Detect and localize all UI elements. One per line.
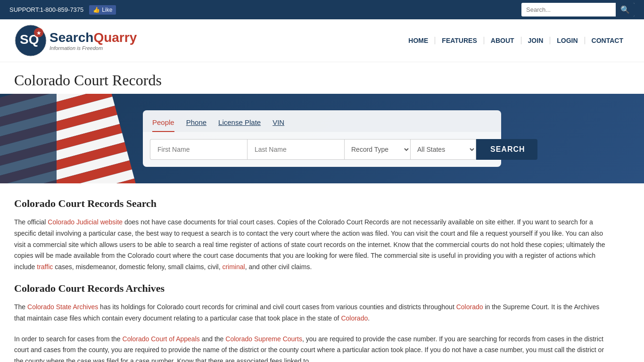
traffic-link[interactable]: traffic [37,263,53,271]
colorado-link1[interactable]: Colorado [456,303,483,311]
hero-banner: People Phone License Plate VIN Record Ty… [0,94,644,183]
top-search-input[interactable] [521,4,616,16]
main-content: Colorado Court Records Search The offici… [0,183,622,362]
tab-phone[interactable]: Phone [186,116,206,132]
logo-tagline: Information is Freedom [50,45,137,51]
section3-p1-middle: and the [200,335,226,343]
section1-title: Colorado Court Records Search [14,197,608,210]
logo-name: SearchQuarry [50,30,137,45]
logo-quarry: Quarry [93,30,137,45]
support-text: SUPPORT:1-800-859-7375 [9,6,83,13]
colorado-link2[interactable]: Colorado [341,314,368,322]
search-widget: People Phone License Plate VIN Record Ty… [143,110,501,167]
fb-like-button[interactable]: 👍 Like [89,5,116,15]
search-button[interactable]: SEARCH [476,139,537,160]
page-title-section: Colorado Court Records [0,62,644,94]
criminal-link[interactable]: criminal [222,263,245,271]
section2-p1-before: The [14,303,27,311]
nav-about[interactable]: ABOUT [484,37,521,44]
nav-contact[interactable]: CONTACT [585,37,630,44]
svg-text:★: ★ [36,30,41,36]
states-select[interactable]: All States Colorado California Texas [410,139,476,160]
tab-vin[interactable]: VIN [272,116,284,132]
tab-license-plate[interactable]: License Plate [218,116,261,132]
logo-area: SQ ★ SearchQuarry Information is Freedom [14,24,137,57]
page-title: Colorado Court Records [14,72,630,89]
section3-p1-before: In order to search for cases from the [14,335,123,343]
section2-p1-end: . [368,314,370,322]
section1-p1-final: , and other civil claims. [245,263,312,271]
section1-paragraph1: The official Colorado Judicial website d… [14,217,608,273]
stars-background [0,94,57,183]
section1-p1-end: cases, misdemeanor, domestic felony, sma… [53,263,222,271]
nav-login[interactable]: LOGIN [550,37,585,44]
top-search-button[interactable]: 🔍 [616,3,635,16]
colorado-state-archives-link[interactable]: Colorado State Archives [27,303,98,311]
section2-p1-middle: has its holdings for Colorado court reco… [98,303,456,311]
section2-title: Colorado Court Records Archives [14,282,608,295]
logo-text: SearchQuarry Information is Freedom [50,30,137,51]
last-name-input[interactable] [247,139,344,160]
header: SQ ★ SearchQuarry Information is Freedom… [0,19,644,62]
logo-icon: SQ ★ [14,24,47,57]
logo-search: Search [50,30,93,45]
nav-features[interactable]: FEATURES [435,37,484,44]
search-form: Record Type Criminal Civil Traffic All S… [143,132,501,167]
colorado-supreme-courts-link[interactable]: Colorado Supreme Courts [225,335,302,343]
colorado-judicial-link[interactable]: Colorado Judicial website [48,218,123,226]
section2-paragraph1: The Colorado State Archives has its hold… [14,302,608,324]
first-name-input[interactable] [150,139,247,160]
nav-join[interactable]: JOIN [521,37,551,44]
top-search-bar: 🔍 [521,3,635,16]
top-bar: SUPPORT:1-800-859-7375 👍 Like 🔍 [0,0,644,19]
section1-p1-before: The official [14,218,48,226]
top-bar-left: SUPPORT:1-800-859-7375 👍 Like [9,5,116,15]
thumbs-up-icon: 👍 [93,7,100,13]
nav-home[interactable]: HOME [402,37,435,44]
record-type-select[interactable]: Record Type Criminal Civil Traffic [344,139,410,160]
tab-people[interactable]: People [152,116,174,132]
section3-paragraph1: In order to search for cases from the Co… [14,334,608,362]
search-tabs: People Phone License Plate VIN [143,110,501,132]
main-nav: HOME FEATURES ABOUT JOIN LOGIN CONTACT [402,37,630,44]
colorado-court-appeals-link[interactable]: Colorado Court of Appeals [123,335,200,343]
fb-like-label: Like [102,7,112,13]
